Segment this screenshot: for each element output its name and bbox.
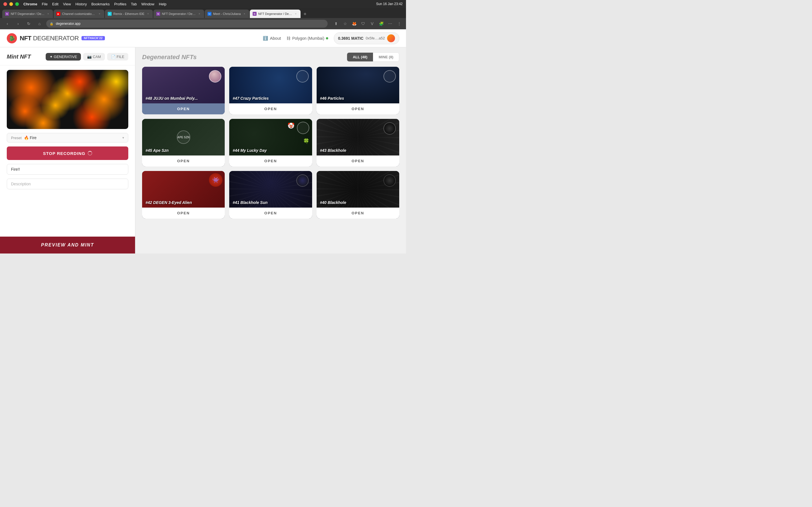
nft-title-44: #44 My Lucky Day xyxy=(233,148,267,153)
extension-shield-button[interactable]: 🛡 xyxy=(360,20,366,27)
nft-card-45[interactable]: APE SZN #45 Ape Szn OPEN xyxy=(142,119,225,166)
mint-mode-buttons: ✦ GENERATIVE 📷 CAM 📄 FILE xyxy=(46,53,128,61)
tab-close-6[interactable]: × xyxy=(294,12,298,16)
nft-title-47: #47 Crazy Particles xyxy=(233,96,269,101)
nft-open-button-46[interactable]: OPEN xyxy=(317,103,399,114)
edit-menu-item[interactable]: Edit xyxy=(52,2,58,6)
window-menu-item[interactable]: Window xyxy=(141,2,154,6)
refresh-button[interactable]: ↻ xyxy=(25,20,33,27)
maximize-button[interactable] xyxy=(15,2,19,6)
nft-open-button-41[interactable]: OPEN xyxy=(229,208,312,219)
help-menu-item[interactable]: Help xyxy=(159,2,167,6)
overflow-button[interactable]: ⋯ xyxy=(387,20,394,27)
nft-open-button-44[interactable]: OPEN xyxy=(229,156,312,166)
browser-tab-2[interactable]: ▶ Channel customization ... × xyxy=(54,10,104,18)
file-menu-item[interactable]: File xyxy=(42,2,48,6)
nft-card-46[interactable]: #46 Particles OPEN xyxy=(317,67,399,114)
stop-recording-button[interactable]: STOP RECORDING xyxy=(7,147,128,160)
share-button[interactable]: ⬆ xyxy=(333,20,340,27)
tab-close-1[interactable]: × xyxy=(46,12,50,16)
about-button[interactable]: ℹ️ About xyxy=(263,36,281,41)
bookmark-button[interactable]: ☆ xyxy=(342,20,349,27)
nft-title-41: #41 Blackhole Sun xyxy=(233,200,267,205)
preview-image xyxy=(7,70,128,129)
extension-fox-button[interactable]: 🦊 xyxy=(351,20,357,27)
mode-generative-button[interactable]: ✦ GENERATIVE xyxy=(46,53,81,61)
clown-emoji-44: 🤡 xyxy=(288,122,295,129)
browser-tab-6[interactable]: N NFT Degenerator / Dege... × xyxy=(250,10,301,18)
browser-tab-4[interactable]: N NFT Degenerator / Dege... × xyxy=(153,10,204,18)
close-button[interactable] xyxy=(3,2,7,6)
filter-mine-button[interactable]: MINE (8) xyxy=(373,53,399,61)
browser-tab-3[interactable]: R Remix - Ethereum IDE × xyxy=(105,10,153,18)
extensions-button[interactable]: 🧩 xyxy=(378,20,385,27)
nft-open-button-45[interactable]: OPEN xyxy=(142,156,225,166)
browser-tab-5[interactable]: M Meet - Chris/Juliana × xyxy=(205,10,249,18)
preview-and-mint-button[interactable]: PREVIEW AND MINT xyxy=(0,237,135,253)
tab-close-5[interactable]: × xyxy=(243,12,246,16)
nft-card-40[interactable]: #40 Blackhole OPEN xyxy=(317,171,399,219)
minimize-button[interactable] xyxy=(9,2,13,6)
mode-file-button[interactable]: 📄 FILE xyxy=(107,53,128,61)
preset-selector[interactable]: Preset 🔥 Fire ▾ xyxy=(7,133,128,143)
tab-menu-item[interactable]: Tab xyxy=(131,2,137,6)
tab-favicon-6: N xyxy=(253,12,257,16)
particle-animation-46 xyxy=(384,70,396,82)
menu-button[interactable]: ⋮ xyxy=(396,20,403,27)
chevron-down-icon: ▾ xyxy=(122,136,124,140)
wallet-button[interactable]: 0.3691 MATIC 0x5fe....a52 xyxy=(334,33,399,44)
address-input[interactable]: 🔒 degenerator.app xyxy=(46,20,327,27)
browser-actions: ⬆ ☆ 🦊 🛡 V 🧩 ⋯ ⋮ xyxy=(333,20,403,27)
nft-open-button-47[interactable]: OPEN xyxy=(229,103,312,114)
nft-thumbnail-43: #43 Blackhole xyxy=(317,119,399,156)
tab-favicon-1: N xyxy=(5,12,9,16)
nft-open-button-43[interactable]: OPEN xyxy=(317,156,399,166)
nft-thumbnail-48: #48 JUJU on Mumbai Poly... xyxy=(142,67,225,103)
nft-card-44[interactable]: 🤡 🍀 #44 My Lucky Day OPEN xyxy=(229,119,312,166)
mode-cam-button[interactable]: 📷 CAM xyxy=(83,53,105,61)
logo-icon: 🐉 xyxy=(7,33,17,43)
nft-open-button-42[interactable]: OPEN xyxy=(142,208,225,219)
nft-title-46: #46 Particles xyxy=(320,96,344,101)
bookmarks-menu-item[interactable]: Bookmarks xyxy=(91,2,110,6)
home-button[interactable]: ⌂ xyxy=(36,20,43,27)
bokeh-background xyxy=(7,70,128,129)
profiles-menu-item[interactable]: Profiles xyxy=(114,2,126,6)
network-button[interactable]: ⛓ Polygon (Mumbai) xyxy=(287,36,328,41)
nft-card-48[interactable]: #48 JUJU on Mumbai Poly... OPEN xyxy=(142,67,225,114)
matic-amount: 0.3691 MATIC xyxy=(338,36,363,41)
header-right: ℹ️ About ⛓ Polygon (Mumbai) 0.3691 MATIC… xyxy=(263,33,399,44)
network-label: Polygon (Mumbai) xyxy=(292,36,324,41)
nft-description-input[interactable] xyxy=(7,179,128,189)
logo-nft: NFT xyxy=(20,35,31,42)
mint-content: Preset 🔥 Fire ▾ STOP RECORDING xyxy=(0,65,135,237)
tab-close-4[interactable]: × xyxy=(197,12,201,16)
filter-buttons: ALL (48) MINE (8) xyxy=(347,52,399,62)
nft-card-42[interactable]: 👾 #42 DEGEN 3-Eyed Alien OPEN xyxy=(142,171,225,219)
extension-vpn-button[interactable]: V xyxy=(369,20,375,27)
view-menu-item[interactable]: View xyxy=(63,2,71,6)
nft-avatar-48 xyxy=(209,70,221,82)
wallet-avatar xyxy=(387,34,395,42)
history-menu-item[interactable]: History xyxy=(75,2,87,6)
tab-favicon-3: R xyxy=(108,12,112,16)
nft-open-button-48[interactable]: OPEN xyxy=(142,103,225,114)
clover-emoji-44: 🍀 xyxy=(303,138,309,144)
macos-status-bar: Sun 16 Jan 23:42 xyxy=(376,0,403,8)
new-tab-button[interactable]: + xyxy=(301,10,309,18)
blackhole-40 xyxy=(384,174,396,187)
tab-close-3[interactable]: × xyxy=(146,12,150,16)
back-button[interactable]: ‹ xyxy=(3,20,11,27)
tab-close-2[interactable]: × xyxy=(98,12,101,16)
browser-tab-1[interactable]: N NFT Degenerator / Dege... × xyxy=(2,10,53,18)
nft-card-41[interactable]: #41 Blackhole Sun OPEN xyxy=(229,171,312,219)
nft-card-47[interactable]: #47 Crazy Particles OPEN xyxy=(229,67,312,114)
nft-open-button-40[interactable]: OPEN xyxy=(317,208,399,219)
nft-title-40: #40 Blackhole xyxy=(320,200,346,205)
forward-button[interactable]: › xyxy=(14,20,22,27)
nft-title-input[interactable] xyxy=(7,164,128,175)
chrome-menu-item[interactable]: Chrome xyxy=(23,2,37,6)
gallery-header: Degenerated NFTs ALL (48) MINE (8) xyxy=(135,47,406,67)
nft-card-43[interactable]: #43 Blackhole OPEN xyxy=(317,119,399,166)
filter-all-button[interactable]: ALL (48) xyxy=(347,53,373,61)
